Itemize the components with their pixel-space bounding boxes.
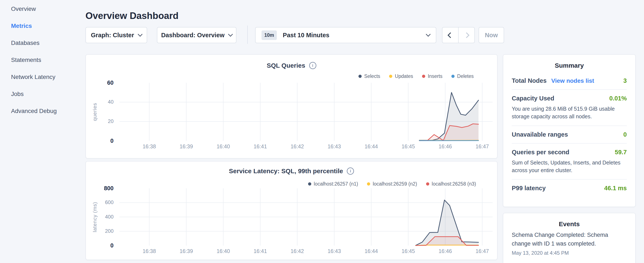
legend-item-selects[interactable]: Selects <box>358 73 380 79</box>
x-tick-label: 16:40 <box>208 248 238 254</box>
dashboard-dropdown[interactable]: Dashboard: Overview <box>157 27 236 43</box>
time-range-label: Past 10 Minutes <box>283 32 329 39</box>
legend-dot <box>426 182 429 185</box>
sidebar-item-statements[interactable]: Statements <box>0 57 86 74</box>
y-tick-label: 60 <box>86 80 114 86</box>
chevron-right-icon <box>464 32 470 38</box>
chart-legend: SelectsUpdatesInsertsDeletes <box>358 73 474 79</box>
y-tick-label: 600 <box>86 199 114 205</box>
chevron-left-icon <box>448 32 453 38</box>
y-tick-label: 0 <box>86 138 114 144</box>
summary-row-description: You are using 28.6 MiB of 515.9 GiB usab… <box>512 105 627 120</box>
graph-dropdown[interactable]: Graph: Cluster <box>86 27 147 43</box>
legend-dot <box>389 75 392 78</box>
event-message: Schema Change Completed: Schema change w… <box>512 231 627 248</box>
now-button[interactable]: Now <box>478 27 504 43</box>
legend-dot <box>367 182 370 185</box>
legend-label: Deletes <box>457 73 474 79</box>
chart-legend: localhost:26257 (n1)localhost:26259 (n2)… <box>308 181 476 187</box>
summary-row-value: 3 <box>624 77 627 84</box>
admin-console-page: OverviewMetricsDatabasesStatementsNetwor… <box>0 0 644 263</box>
prev-interval-button[interactable] <box>442 28 458 43</box>
legend-dot <box>308 182 311 185</box>
legend-label: Inserts <box>428 73 442 79</box>
x-tick-label: 16:46 <box>430 248 460 254</box>
event-timestamp: May 13, 2020 at 4:45 PM <box>512 250 627 256</box>
chevron-down-icon <box>228 32 233 37</box>
legend-label: localhost:26259 (n2) <box>373 181 417 187</box>
summary-row-label: P99 latency <box>512 185 546 192</box>
legend-item-localhost-26259-n2[interactable]: localhost:26259 (n2) <box>367 181 417 187</box>
time-range-dropdown[interactable]: 10m Past 10 Minutes <box>255 27 436 43</box>
events-list: Schema Change Completed: Schema change w… <box>503 231 635 256</box>
x-tick-label: 16:45 <box>393 248 423 254</box>
summary-row-label: Total Nodes <box>512 77 546 84</box>
legend-label: localhost:26257 (n1) <box>314 181 358 187</box>
time-step-buttons <box>442 27 475 43</box>
legend-item-inserts[interactable]: Inserts <box>422 73 442 79</box>
legend-label: Updates <box>395 73 413 79</box>
summary-row-label: Queries per second <box>512 149 569 156</box>
sidebar-item-metrics[interactable]: Metrics <box>0 23 86 40</box>
y-tick-label: 200 <box>86 228 114 234</box>
x-tick-label: 16:41 <box>245 143 275 150</box>
summary-panel: Summary Total NodesView nodes list3Capac… <box>503 54 636 207</box>
x-tick-label: 16:43 <box>319 248 349 254</box>
toolbar-divider <box>247 26 248 44</box>
events-title: Events <box>503 213 635 231</box>
x-tick-label: 16:39 <box>171 248 201 254</box>
events-panel: Events Schema Change Completed: Schema c… <box>503 213 636 263</box>
x-tick-label: 16:41 <box>245 248 275 254</box>
summary-row-label: Capacity Used <box>512 95 554 102</box>
y-tick-label: 40 <box>86 99 114 105</box>
x-tick-label: 16:39 <box>171 143 201 150</box>
y-tick-label: 800 <box>86 185 114 192</box>
info-icon[interactable]: i <box>309 62 316 69</box>
x-tick-label: 16:46 <box>430 143 460 150</box>
view-nodes-list-link[interactable]: View nodes list <box>551 78 594 84</box>
legend-item-updates[interactable]: Updates <box>389 73 413 79</box>
sql-queries-chart-card: SQL QueriesiSelectsUpdatesInsertsDeletes… <box>86 54 498 158</box>
summary-row-unavailable-ranges: Unavailable ranges0 <box>512 126 627 144</box>
summary-row-value: 0 <box>624 131 627 138</box>
next-interval-button[interactable] <box>458 28 474 43</box>
event-item[interactable]: Schema Change Completed: Schema change w… <box>512 231 627 256</box>
chevron-down-icon <box>426 32 431 37</box>
chart-plot-area[interactable] <box>120 188 492 245</box>
info-icon[interactable]: i <box>347 167 354 175</box>
summary-row-p99-latency: P99 latency46.1 ms <box>512 180 627 197</box>
sidebar-item-advanced-debug[interactable]: Advanced Debug <box>0 108 86 125</box>
y-tick-label: 0 <box>86 242 114 249</box>
x-tick-label: 16:44 <box>356 143 386 150</box>
x-tick-label: 16:40 <box>208 143 238 150</box>
x-tick-label: 16:42 <box>282 143 312 150</box>
legend-dot <box>358 75 362 78</box>
legend-dot <box>422 75 425 78</box>
sidebar-item-databases[interactable]: Databases <box>0 40 86 57</box>
sidebar-item-network-latency[interactable]: Network Latency <box>0 74 86 91</box>
sidebar-item-overview[interactable]: Overview <box>0 6 86 23</box>
y-tick-label: 400 <box>86 214 114 220</box>
summary-row-value: 0.01% <box>609 95 627 102</box>
summary-row-description: Sum of Selects, Updates, Inserts, and De… <box>512 159 627 174</box>
x-tick-label: 16:44 <box>356 248 386 254</box>
legend-dot <box>451 75 454 78</box>
legend-item-localhost-26258-n3[interactable]: localhost:26258 (n3) <box>426 181 476 187</box>
summary-row-value: 46.1 ms <box>604 185 627 192</box>
summary-row-total-nodes: Total NodesView nodes list3 <box>512 72 627 90</box>
x-tick-label: 16:38 <box>134 143 164 150</box>
summary-row-capacity-used: Capacity Used0.01%You are using 28.6 MiB… <box>512 90 627 126</box>
sidebar-item-jobs[interactable]: Jobs <box>0 91 86 108</box>
y-tick-label: 20 <box>86 118 114 124</box>
chart-plot-area[interactable] <box>120 83 492 141</box>
x-tick-label: 16:42 <box>282 248 312 254</box>
summary-rows: Total NodesView nodes list3Capacity Used… <box>503 72 635 197</box>
sidebar: OverviewMetricsDatabasesStatementsNetwor… <box>0 0 86 263</box>
summary-title: Summary <box>503 55 635 72</box>
service-latency-chart-card: Service Latency: SQL, 99th percentileilo… <box>86 161 498 260</box>
time-range-badge: 10m <box>262 31 277 40</box>
legend-item-deletes[interactable]: Deletes <box>451 73 474 79</box>
summary-row-value: 59.7 <box>615 149 627 156</box>
x-tick-label: 16:47 <box>467 248 497 254</box>
legend-item-localhost-26257-n1[interactable]: localhost:26257 (n1) <box>308 181 358 187</box>
